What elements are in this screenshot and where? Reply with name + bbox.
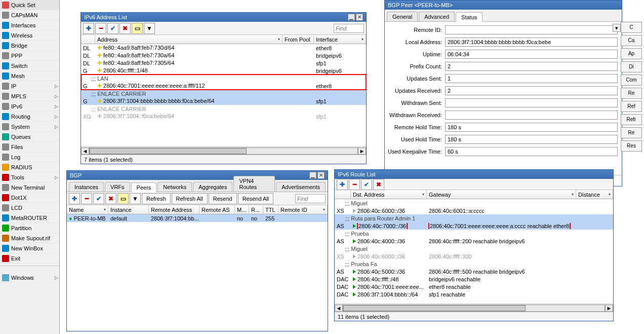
th-distance[interactable]: Distance: [576, 190, 613, 199]
sidebar-item[interactable]: Files: [0, 142, 59, 152]
sidebar-item-windows[interactable]: Windows▷: [0, 273, 59, 283]
resend-all-button[interactable]: Resend All: [238, 193, 274, 204]
th-dst[interactable]: Dst. Address: [351, 190, 427, 199]
enable-button[interactable]: ✔: [93, 193, 104, 204]
comment-button[interactable]: ▭: [132, 23, 143, 34]
form-value[interactable]: [445, 98, 618, 107]
disable-button[interactable]: ✖: [119, 23, 131, 34]
tab[interactable]: VRFs: [105, 182, 130, 192]
sidebar-item[interactable]: Quick Set: [0, 0, 59, 10]
remove-button[interactable]: ━: [81, 193, 92, 204]
form-value[interactable]: [445, 25, 618, 34]
find-input[interactable]: [334, 24, 364, 33]
scroll-left-icon[interactable]: ◄: [335, 305, 343, 312]
table-row[interactable]: DL fe80::4aa9:8aff:feb7:7305/64sfp1: [81, 59, 366, 67]
table-row[interactable]: ● PEER-to-MB default 2806:3f7:1004:bb...…: [67, 214, 328, 222]
comment-button[interactable]: ▭: [117, 193, 129, 204]
remove-button[interactable]: ━: [349, 179, 360, 190]
resend-button[interactable]: Resend: [209, 193, 237, 204]
sidebar-item[interactable]: Tools▷: [0, 172, 59, 182]
sidebar-item[interactable]: Queues: [0, 132, 59, 142]
tab[interactable]: VPN4 Routes: [233, 176, 275, 192]
sidebar-item[interactable]: IPv6▷: [0, 101, 59, 112]
table-row[interactable]: G 2806:40c:7001:eeee:eeee:eeee:a:ffff/11…: [81, 82, 366, 90]
sidebar-item[interactable]: System▷: [0, 122, 59, 132]
minimize-icon[interactable]: ▁: [309, 172, 316, 179]
table-row[interactable]: XS2806:40c:6000::/362806:40c:6001::a:ccc…: [335, 207, 613, 214]
th-remote-id[interactable]: Remote ID: [278, 205, 328, 214]
side-button[interactable]: Re: [621, 127, 642, 138]
side-button[interactable]: Com: [621, 75, 642, 86]
side-button[interactable]: Re: [621, 88, 642, 99]
sidebar-item[interactable]: IP▷: [0, 81, 59, 91]
sidebar-item[interactable]: Wireless: [0, 30, 59, 41]
side-button[interactable]: Ca: [621, 35, 642, 46]
table-row[interactable]: XS2806:40c:6000::/362806:40c:ffff::300: [335, 252, 613, 260]
scroll-right-icon[interactable]: ►: [605, 305, 613, 312]
side-button[interactable]: Ap: [621, 48, 642, 59]
side-button[interactable]: C: [621, 22, 642, 33]
scroll-right-icon[interactable]: ►: [358, 147, 366, 155]
th-remote-as[interactable]: Remote AS: [199, 205, 235, 214]
sidebar-item[interactable]: Log: [0, 152, 59, 162]
th-r[interactable]: R...: [249, 205, 263, 214]
table-row[interactable]: AS2806:40c:5000::/362806:40c:ffff::500 r…: [335, 268, 613, 275]
sidebar-item[interactable]: MetaROUTER: [0, 213, 59, 223]
dropdown-extra-icon[interactable]: ▾: [613, 24, 621, 32]
th-gateway[interactable]: Gateway: [427, 190, 576, 199]
tab[interactable]: Peers: [131, 182, 157, 192]
window-titlebar[interactable]: IPv6 Route List: [335, 170, 613, 179]
th-instance[interactable]: Instance: [108, 205, 149, 214]
table-row[interactable]: G 2806:3f7:1004:bbbb:bbbb:bbbb:f0ca:bebe…: [81, 97, 366, 105]
h-scrollbar[interactable]: ◄ ►: [81, 146, 366, 155]
sidebar-item[interactable]: Mesh: [0, 71, 59, 81]
sidebar-item[interactable]: Interfaces: [0, 20, 59, 30]
th-flags[interactable]: [335, 190, 351, 199]
enable-button[interactable]: ✔: [361, 179, 372, 190]
table-row[interactable]: XG 2806:3f7:1004::f0ca:bebe/64sfp1: [81, 113, 366, 120]
window-titlebar[interactable]: IPv6 Address List ▁✕: [81, 13, 366, 22]
side-button[interactable]: Refr: [621, 114, 642, 125]
side-button[interactable]: Di: [621, 61, 642, 72]
form-value[interactable]: 2806:3f7:1004:bbbb:bbbb:bbbb:f0ca:bebe: [445, 38, 618, 47]
tab[interactable]: Status: [456, 12, 482, 22]
form-value[interactable]: 2: [445, 62, 618, 71]
form-value[interactable]: 180 s: [445, 135, 618, 144]
th-from-pool[interactable]: From Pool: [283, 35, 314, 44]
filter-button[interactable]: ▼: [130, 193, 141, 204]
th-flags[interactable]: [81, 35, 95, 44]
th-address[interactable]: Address: [95, 35, 283, 44]
tab[interactable]: Networks: [157, 182, 192, 192]
side-button[interactable]: Res: [621, 140, 642, 152]
sidebar-item[interactable]: Routing▷: [0, 112, 59, 122]
tab[interactable]: Advanced: [419, 12, 455, 21]
filter-button[interactable]: ▼: [144, 23, 155, 34]
window-titlebar[interactable]: BGP ▁✕: [67, 171, 328, 180]
table-row[interactable]: AS2806:40c:7000::/362806:40c:7001:eeee:e…: [335, 222, 613, 230]
form-value[interactable]: [445, 110, 618, 120]
minimize-icon[interactable]: ▁: [348, 14, 355, 21]
close-icon[interactable]: ✕: [356, 14, 363, 21]
th-remote-address[interactable]: Remote Address: [149, 205, 199, 214]
form-value[interactable]: 2: [445, 86, 618, 95]
sidebar-item[interactable]: New WinBox: [0, 243, 59, 253]
tab[interactable]: General: [387, 12, 418, 21]
add-button[interactable]: ✚: [83, 23, 94, 34]
sidebar-item[interactable]: New Terminal: [0, 182, 59, 193]
sidebar-item[interactable]: Make Supout.rif: [0, 233, 59, 243]
find-input[interactable]: [295, 194, 326, 203]
sidebar-item[interactable]: Exit: [0, 253, 59, 264]
sidebar-item[interactable]: CAPsMAN: [0, 10, 59, 20]
th-interface[interactable]: Interface: [314, 35, 366, 44]
enable-button[interactable]: ✔: [107, 23, 118, 34]
disable-button[interactable]: ✖: [373, 179, 384, 190]
form-value[interactable]: 1: [445, 74, 618, 83]
side-button[interactable]: Ref: [621, 101, 642, 112]
remove-button[interactable]: ━: [95, 23, 106, 34]
sidebar-item[interactable]: Switch: [0, 61, 59, 71]
th-name[interactable]: Name: [67, 205, 108, 214]
window-titlebar[interactable]: BGP Peer <PEER-to-MB>: [385, 1, 622, 10]
table-row[interactable]: DAC2806:40c:ffff::/48bridgeipv6 reachabl…: [335, 275, 613, 283]
sidebar-item[interactable]: Dot1X: [0, 193, 59, 203]
add-button[interactable]: ✚: [69, 193, 80, 204]
